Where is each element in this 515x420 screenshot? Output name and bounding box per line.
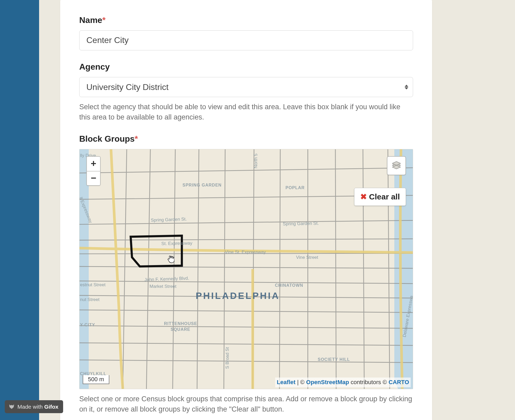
agency-label: Agency (79, 61, 110, 73)
road-north-5: North 5 (253, 154, 259, 168)
svg-line-8 (79, 310, 413, 312)
block-groups-map[interactable]: PHILADELPHIA SPRING GARDEN POPLAR CHINAT… (79, 149, 413, 389)
fox-icon (8, 403, 15, 410)
svg-line-20 (335, 149, 336, 389)
road-spring-garden-2: Spring Garden St. (283, 220, 319, 227)
svg-line-5 (79, 266, 413, 268)
name-input[interactable] (79, 30, 413, 50)
carto-link[interactable]: CARTO (388, 379, 409, 385)
svg-line-14 (173, 149, 175, 389)
agency-select[interactable]: University City District (79, 77, 413, 97)
required-mark: * (135, 134, 138, 144)
road-walnut: nut Street (80, 297, 100, 303)
road-market: Market Street (149, 283, 176, 290)
zoom-out-button[interactable]: − (87, 171, 100, 185)
svg-line-2 (79, 220, 413, 224)
road-st-expwy: St. Expressway (161, 240, 193, 247)
hood-society-hill: SOCIETY HILL (318, 357, 350, 362)
hood-spring-garden: SPRING GARDEN (182, 182, 222, 188)
svg-line-12 (123, 149, 127, 389)
agency-help-text: Select the agency that should be able to… (79, 102, 413, 122)
left-sidebar (0, 0, 39, 420)
form-card: Name* Agency University City District Se… (60, 0, 432, 420)
svg-line-3 (79, 239, 413, 240)
road-chestnut: estnut Street (80, 282, 105, 288)
svg-line-6 (79, 281, 413, 284)
hood-rittenhouse1: RITTENHOUSE (164, 321, 197, 327)
block-groups-help-text: Select one or more Census block groups t… (79, 394, 413, 414)
svg-line-13 (146, 149, 150, 389)
svg-line-9 (79, 326, 413, 328)
svg-line-10 (79, 343, 413, 345)
svg-line-21 (363, 149, 364, 389)
road-vine-expwy: Vine St. Expressway (225, 249, 266, 255)
leaflet-link[interactable]: Leaflet (277, 379, 296, 385)
block-groups-label: Block Groups* (79, 133, 138, 145)
zoom-control: + − (86, 156, 101, 186)
svg-line-18 (279, 149, 280, 389)
name-label: Name* (79, 14, 106, 26)
road-spring-garden-1: Spring Garden St. (151, 216, 187, 223)
required-mark: * (102, 15, 105, 25)
clear-all-button[interactable]: ✖ Clear all (354, 188, 406, 206)
layers-icon (391, 160, 402, 171)
layers-button[interactable] (387, 156, 406, 175)
road-s-broad: S Broad St (224, 347, 231, 369)
svg-line-11 (79, 360, 413, 362)
zoom-in-button[interactable]: + (87, 157, 100, 171)
map-city-label: PHILADELPHIA (196, 289, 280, 302)
map-attribution: Leaflet | © OpenStreetMap contributors ©… (275, 378, 411, 387)
close-icon: ✖ (360, 191, 367, 202)
hood-poplar: POPLAR (285, 185, 305, 191)
svg-line-22 (388, 149, 390, 389)
hood-rittenhouse2: SQUARE (171, 327, 190, 332)
hood-chinatown: CHINATOWN (275, 283, 303, 288)
gifox-watermark: Made with Gifox (5, 400, 63, 413)
scale-indicator: 500 m (83, 375, 109, 384)
osm-link[interactable]: OpenStreetMap (306, 379, 349, 385)
road-vine-st: Vine Street (296, 254, 318, 261)
hood-y-city: Y CITY (80, 322, 95, 328)
map-grid (79, 149, 413, 389)
